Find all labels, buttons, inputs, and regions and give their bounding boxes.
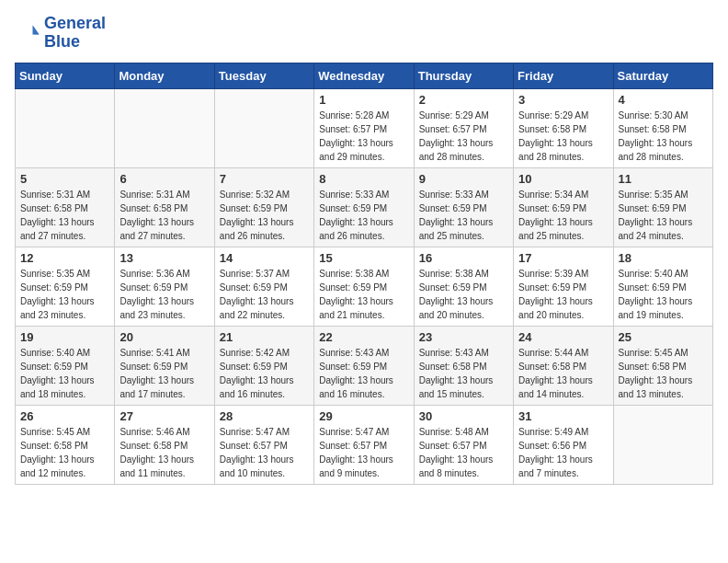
week-row-3: 12Sunrise: 5:35 AMSunset: 6:59 PMDayligh… bbox=[16, 247, 713, 326]
day-info: Sunrise: 5:36 AMSunset: 6:59 PMDaylight:… bbox=[119, 267, 209, 322]
calendar-cell: 15Sunrise: 5:38 AMSunset: 6:59 PMDayligh… bbox=[314, 247, 414, 326]
calendar-cell: 8Sunrise: 5:33 AMSunset: 6:59 PMDaylight… bbox=[314, 167, 414, 247]
calendar-cell: 17Sunrise: 5:39 AMSunset: 6:59 PMDayligh… bbox=[514, 247, 613, 326]
calendar-cell: 30Sunrise: 5:48 AMSunset: 6:57 PMDayligh… bbox=[414, 405, 513, 484]
calendar-header-row: SundayMondayTuesdayWednesdayThursdayFrid… bbox=[16, 63, 713, 88]
day-number: 10 bbox=[518, 172, 608, 186]
header-saturday: Saturday bbox=[613, 63, 712, 88]
day-info: Sunrise: 5:44 AMSunset: 6:58 PMDaylight:… bbox=[518, 346, 608, 401]
day-number: 27 bbox=[119, 409, 209, 423]
logo: General Blue bbox=[15, 15, 106, 52]
day-info: Sunrise: 5:43 AMSunset: 6:58 PMDaylight:… bbox=[419, 346, 508, 401]
day-number: 30 bbox=[419, 409, 508, 423]
logo-text-line1: General bbox=[44, 15, 106, 33]
calendar-cell: 24Sunrise: 5:44 AMSunset: 6:58 PMDayligh… bbox=[514, 326, 613, 405]
day-info: Sunrise: 5:33 AMSunset: 6:59 PMDaylight:… bbox=[419, 188, 508, 243]
day-number: 25 bbox=[619, 330, 708, 344]
week-row-1: 1Sunrise: 5:28 AMSunset: 6:57 PMDaylight… bbox=[16, 88, 713, 167]
calendar-cell: 23Sunrise: 5:43 AMSunset: 6:58 PMDayligh… bbox=[414, 326, 513, 405]
week-row-2: 5Sunrise: 5:31 AMSunset: 6:58 PMDaylight… bbox=[16, 167, 713, 247]
day-number: 22 bbox=[319, 330, 408, 344]
day-info: Sunrise: 5:43 AMSunset: 6:59 PMDaylight:… bbox=[319, 346, 408, 401]
calendar-cell: 9Sunrise: 5:33 AMSunset: 6:59 PMDaylight… bbox=[414, 167, 513, 247]
day-info: Sunrise: 5:41 AMSunset: 6:59 PMDaylight:… bbox=[119, 346, 209, 401]
calendar-cell: 21Sunrise: 5:42 AMSunset: 6:59 PMDayligh… bbox=[214, 326, 313, 405]
day-info: Sunrise: 5:29 AMSunset: 6:58 PMDaylight:… bbox=[518, 109, 608, 164]
calendar-table: SundayMondayTuesdayWednesdayThursdayFrid… bbox=[15, 63, 713, 485]
day-info: Sunrise: 5:38 AMSunset: 6:59 PMDaylight:… bbox=[319, 267, 408, 322]
day-info: Sunrise: 5:35 AMSunset: 6:59 PMDaylight:… bbox=[20, 267, 109, 322]
calendar-cell bbox=[115, 88, 214, 167]
calendar-cell: 31Sunrise: 5:49 AMSunset: 6:56 PMDayligh… bbox=[514, 405, 613, 484]
calendar-cell: 2Sunrise: 5:29 AMSunset: 6:57 PMDaylight… bbox=[414, 88, 513, 167]
day-number: 12 bbox=[20, 251, 109, 265]
day-info: Sunrise: 5:42 AMSunset: 6:59 PMDaylight:… bbox=[220, 346, 309, 401]
header-tuesday: Tuesday bbox=[214, 63, 313, 88]
day-info: Sunrise: 5:49 AMSunset: 6:56 PMDaylight:… bbox=[518, 425, 608, 480]
calendar-cell: 11Sunrise: 5:35 AMSunset: 6:59 PMDayligh… bbox=[613, 167, 712, 247]
day-number: 5 bbox=[20, 172, 109, 186]
calendar-cell: 26Sunrise: 5:45 AMSunset: 6:58 PMDayligh… bbox=[16, 405, 115, 484]
calendar-cell bbox=[613, 405, 712, 484]
calendar-cell: 7Sunrise: 5:32 AMSunset: 6:59 PMDaylight… bbox=[214, 167, 313, 247]
calendar-cell: 12Sunrise: 5:35 AMSunset: 6:59 PMDayligh… bbox=[16, 247, 115, 326]
day-info: Sunrise: 5:45 AMSunset: 6:58 PMDaylight:… bbox=[20, 425, 109, 480]
day-number: 7 bbox=[220, 172, 309, 186]
day-info: Sunrise: 5:31 AMSunset: 6:58 PMDaylight:… bbox=[119, 188, 209, 243]
day-number: 16 bbox=[419, 251, 508, 265]
calendar-cell: 14Sunrise: 5:37 AMSunset: 6:59 PMDayligh… bbox=[214, 247, 313, 326]
day-info: Sunrise: 5:34 AMSunset: 6:59 PMDaylight:… bbox=[518, 188, 608, 243]
day-info: Sunrise: 5:45 AMSunset: 6:58 PMDaylight:… bbox=[619, 346, 708, 401]
logo-text-line2: Blue bbox=[44, 33, 106, 52]
calendar-cell: 16Sunrise: 5:38 AMSunset: 6:59 PMDayligh… bbox=[414, 247, 513, 326]
week-row-5: 26Sunrise: 5:45 AMSunset: 6:58 PMDayligh… bbox=[16, 405, 713, 484]
calendar-cell: 5Sunrise: 5:31 AMSunset: 6:58 PMDaylight… bbox=[16, 167, 115, 247]
day-number: 1 bbox=[319, 93, 408, 107]
day-number: 26 bbox=[20, 409, 109, 423]
day-number: 14 bbox=[220, 251, 309, 265]
day-number: 29 bbox=[319, 409, 408, 423]
calendar-cell bbox=[214, 88, 313, 167]
header-friday: Friday bbox=[514, 63, 613, 88]
day-info: Sunrise: 5:35 AMSunset: 6:59 PMDaylight:… bbox=[619, 188, 708, 243]
calendar-cell: 27Sunrise: 5:46 AMSunset: 6:58 PMDayligh… bbox=[115, 405, 214, 484]
calendar-cell: 1Sunrise: 5:28 AMSunset: 6:57 PMDaylight… bbox=[314, 88, 414, 167]
day-number: 8 bbox=[319, 172, 408, 186]
day-number: 28 bbox=[220, 409, 309, 423]
day-number: 2 bbox=[419, 93, 508, 107]
logo-icon bbox=[15, 20, 40, 46]
day-number: 13 bbox=[119, 251, 209, 265]
day-number: 23 bbox=[419, 330, 508, 344]
day-number: 31 bbox=[518, 409, 608, 423]
day-info: Sunrise: 5:29 AMSunset: 6:57 PMDaylight:… bbox=[419, 109, 508, 164]
calendar-cell: 19Sunrise: 5:40 AMSunset: 6:59 PMDayligh… bbox=[16, 326, 115, 405]
day-number: 17 bbox=[518, 251, 608, 265]
day-info: Sunrise: 5:33 AMSunset: 6:59 PMDaylight:… bbox=[319, 188, 408, 243]
calendar-cell: 22Sunrise: 5:43 AMSunset: 6:59 PMDayligh… bbox=[314, 326, 414, 405]
calendar-cell bbox=[16, 88, 115, 167]
calendar-cell: 28Sunrise: 5:47 AMSunset: 6:57 PMDayligh… bbox=[214, 405, 313, 484]
day-info: Sunrise: 5:37 AMSunset: 6:59 PMDaylight:… bbox=[220, 267, 309, 322]
day-info: Sunrise: 5:28 AMSunset: 6:57 PMDaylight:… bbox=[319, 109, 408, 164]
calendar-cell: 29Sunrise: 5:47 AMSunset: 6:57 PMDayligh… bbox=[314, 405, 414, 484]
week-row-4: 19Sunrise: 5:40 AMSunset: 6:59 PMDayligh… bbox=[16, 326, 713, 405]
day-number: 4 bbox=[619, 93, 708, 107]
calendar-cell: 13Sunrise: 5:36 AMSunset: 6:59 PMDayligh… bbox=[115, 247, 214, 326]
calendar-cell: 18Sunrise: 5:40 AMSunset: 6:59 PMDayligh… bbox=[613, 247, 712, 326]
day-number: 15 bbox=[319, 251, 408, 265]
page-header: General Blue bbox=[15, 15, 713, 52]
calendar-cell: 25Sunrise: 5:45 AMSunset: 6:58 PMDayligh… bbox=[613, 326, 712, 405]
day-number: 9 bbox=[419, 172, 508, 186]
day-number: 20 bbox=[119, 330, 209, 344]
svg-marker-1 bbox=[33, 25, 40, 34]
day-info: Sunrise: 5:40 AMSunset: 6:59 PMDaylight:… bbox=[619, 267, 708, 322]
calendar-cell: 6Sunrise: 5:31 AMSunset: 6:58 PMDaylight… bbox=[115, 167, 214, 247]
day-info: Sunrise: 5:31 AMSunset: 6:58 PMDaylight:… bbox=[20, 188, 109, 243]
day-number: 19 bbox=[20, 330, 109, 344]
header-monday: Monday bbox=[115, 63, 214, 88]
day-number: 3 bbox=[518, 93, 608, 107]
header-sunday: Sunday bbox=[16, 63, 115, 88]
day-info: Sunrise: 5:32 AMSunset: 6:59 PMDaylight:… bbox=[220, 188, 309, 243]
day-number: 6 bbox=[119, 172, 209, 186]
day-info: Sunrise: 5:39 AMSunset: 6:59 PMDaylight:… bbox=[518, 267, 608, 322]
